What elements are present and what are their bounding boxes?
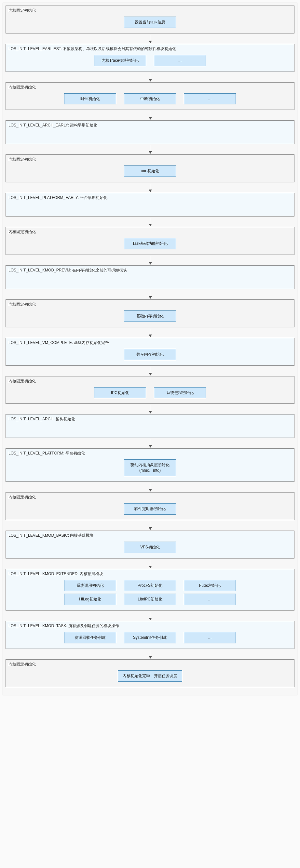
arrow-down-icon — [5, 561, 295, 568]
flow-box: 内核初始化完毕，开启任务调度 — [118, 670, 182, 682]
stage: LOS_INIT_LEVEL_PLATFORM_EARLY: 平台早期初始化 — [5, 193, 295, 217]
stage-title: LOS_INIT_LEVEL_KMOD_EXTENDED: 内核拓展模块 — [8, 571, 292, 577]
stage-title: 内核固定初始化 — [8, 85, 292, 90]
flow-box: VFS初始化 — [124, 541, 176, 553]
stage: LOS_INIT_LEVEL_ARCH_EARLY: 架构早期初始化 — [5, 120, 295, 144]
flow-box: ... — [154, 55, 206, 66]
stage-title: 内核固定初始化 — [8, 378, 292, 384]
flowchart-canvas: 内核固定初始化设置当前task信息LOS_INIT_LEVEL_EARLIEST… — [3, 3, 297, 695]
stage-title: 内核固定初始化 — [8, 8, 292, 13]
arrow-down-icon — [5, 147, 295, 153]
box-row: IPC初始化系统进程初始化 — [8, 386, 292, 400]
flow-box: LiteIPC初始化 — [124, 594, 176, 605]
flow-box: 中断初始化 — [124, 93, 176, 105]
flow-box: 系统进程初始化 — [154, 387, 206, 399]
flow-box: 内核Trace模块初始化 — [94, 55, 146, 66]
arrow-down-icon — [5, 613, 295, 620]
box-row: Task基础功能初始化 — [8, 237, 292, 251]
box-row: 共享内存初始化 — [8, 347, 292, 362]
stage-title: LOS_INIT_LEVEL_KMOD_PREVM: 在内存初始化之前的可拆卸模… — [8, 268, 292, 273]
stage-title: 内核固定初始化 — [8, 494, 292, 500]
arrow-down-icon — [5, 523, 295, 529]
box-row: 内核Trace模块初始化... — [8, 54, 292, 68]
flow-box: 资源回收任务创建 — [64, 632, 116, 643]
stage-title: LOS_INIT_LEVEL_PLATFORM_EARLY: 平台早期初始化 — [8, 195, 292, 200]
stage: 内核固定初始化基础内存初始化 — [5, 300, 295, 328]
stage: 内核固定初始化Task基础功能初始化 — [5, 227, 295, 255]
stage-title: 内核固定初始化 — [8, 661, 292, 667]
stage: LOS_INIT_LEVEL_KMOD_PREVM: 在内存初始化之前的可拆卸模… — [5, 265, 295, 289]
flow-box: ... — [184, 93, 236, 105]
flow-box: 设置当前task信息 — [124, 17, 176, 28]
arrow-down-icon — [5, 651, 295, 658]
arrow-down-icon — [5, 219, 295, 226]
box-row: 系统调用初始化ProcFS初始化Futex初始化 — [8, 579, 292, 593]
stage: LOS_INIT_LEVEL_ARCH: 架构初始化 — [5, 414, 295, 438]
flow-box: 共享内存初始化 — [124, 349, 176, 360]
stage: 内核固定初始化uart初始化 — [5, 154, 295, 182]
box-row: uart初始化 — [8, 164, 292, 178]
arrow-down-icon — [5, 185, 295, 191]
stage: LOS_INIT_LEVEL_KMOD_TASK: 所有涉及创建任务的模块操作资… — [5, 621, 295, 649]
arrow-down-icon — [5, 406, 295, 413]
stage: 内核固定初始化时钟初始化中断初始化... — [5, 82, 295, 110]
stage: LOS_INIT_LEVEL_KMOD_BASIC: 内核基础模块VFS初始化 — [5, 531, 295, 559]
stage-title: LOS_INIT_LEVEL_KMOD_TASK: 所有涉及创建任务的模块操作 — [8, 623, 292, 629]
arrow-down-icon — [5, 330, 295, 337]
arrow-down-icon — [5, 257, 295, 264]
flow-box: ... — [184, 594, 236, 605]
stage-title: LOS_INIT_LEVEL_VM_COMPLETE: 基础内存初始化完毕 — [8, 340, 292, 346]
flow-box: 驱动内核抽象层初始化(mmc、mtd) — [124, 459, 176, 476]
flow-box: HiLog初始化 — [64, 594, 116, 605]
stage: 内核固定初始化软件定时器初始化 — [5, 492, 295, 520]
flow-box: ProcFS初始化 — [124, 580, 176, 591]
stage-title: LOS_INIT_LEVEL_PLATFORM: 平台初始化 — [8, 451, 292, 456]
flow-box: uart初始化 — [124, 165, 176, 177]
stage: LOS_INIT_LEVEL_VM_COMPLETE: 基础内存初始化完毕共享内… — [5, 338, 295, 366]
stage: 内核固定初始化内核初始化完毕，开启任务调度 — [5, 659, 295, 687]
stage: LOS_INIT_LEVEL_EARLIEST: 不依赖架构、单板以及后续模块会… — [5, 44, 295, 72]
box-row: 设置当前task信息 — [8, 15, 292, 29]
arrow-down-icon — [5, 485, 295, 491]
stage-title: 内核固定初始化 — [8, 229, 292, 235]
box-row: HiLog初始化LiteIPC初始化... — [8, 592, 292, 606]
flow-box: 软件定时器初始化 — [124, 503, 176, 515]
box-row: 软件定时器初始化 — [8, 502, 292, 516]
box-row: 资源回收任务创建SystemInit任务创建... — [8, 631, 292, 645]
flow-box: 系统调用初始化 — [64, 580, 116, 591]
arrow-down-icon — [5, 440, 295, 447]
box-row: VFS初始化 — [8, 540, 292, 554]
box-row: 驱动内核抽象层初始化(mmc、mtd) — [8, 458, 292, 477]
stage: 内核固定初始化设置当前task信息 — [5, 5, 295, 33]
box-row: 时钟初始化中断初始化... — [8, 92, 292, 106]
arrow-down-icon — [5, 74, 295, 81]
arrow-down-icon — [5, 36, 295, 42]
stage-title: 内核固定初始化 — [8, 157, 292, 162]
stage-title: LOS_INIT_LEVEL_ARCH: 架构初始化 — [8, 416, 292, 422]
arrow-down-icon — [5, 113, 295, 119]
flow-box: 基础内存初始化 — [124, 310, 176, 322]
stage: LOS_INIT_LEVEL_PLATFORM: 平台初始化驱动内核抽象层初始化… — [5, 448, 295, 482]
stage-title: LOS_INIT_LEVEL_ARCH_EARLY: 架构早期初始化 — [8, 123, 292, 128]
stage-title: LOS_INIT_LEVEL_KMOD_BASIC: 内核基础模块 — [8, 533, 292, 538]
flow-box: IPC初始化 — [94, 387, 146, 399]
box-row: 基础内存初始化 — [8, 309, 292, 323]
stage: 内核固定初始化IPC初始化系统进程初始化 — [5, 376, 295, 404]
stage-title: 内核固定初始化 — [8, 302, 292, 307]
flow-box: Futex初始化 — [184, 580, 236, 591]
stage: LOS_INIT_LEVEL_KMOD_EXTENDED: 内核拓展模块系统调用… — [5, 569, 295, 611]
flow-box: 时钟初始化 — [64, 93, 116, 105]
arrow-down-icon — [5, 291, 295, 298]
flow-box: Task基础功能初始化 — [124, 238, 176, 249]
flow-box: SystemInit任务创建 — [124, 632, 176, 643]
box-row: 内核初始化完毕，开启任务调度 — [8, 669, 292, 683]
flow-box: ... — [184, 632, 236, 643]
arrow-down-icon — [5, 368, 295, 375]
stage-title: LOS_INIT_LEVEL_EARLIEST: 不依赖架构、单板以及后续模块会… — [8, 46, 292, 52]
